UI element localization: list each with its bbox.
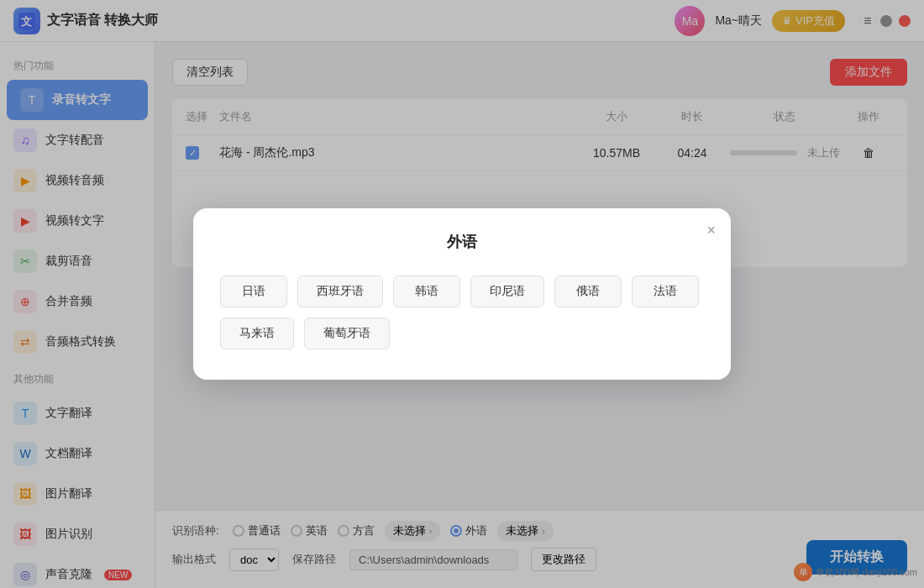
modal-close-button[interactable]: × <box>706 222 716 239</box>
language-grid: 日语西班牙语韩语印尼语俄语法语马来语葡萄牙语 <box>220 276 704 349</box>
lang-btn-法语[interactable]: 法语 <box>632 276 699 307</box>
lang-btn-韩语[interactable]: 韩语 <box>393 276 460 307</box>
lang-btn-日语[interactable]: 日语 <box>220 276 287 307</box>
modal-title: 外语 <box>220 232 704 252</box>
lang-btn-西班牙语[interactable]: 西班牙语 <box>297 276 383 307</box>
lang-btn-俄语[interactable]: 俄语 <box>554 276 622 307</box>
lang-btn-马来语[interactable]: 马来语 <box>220 318 294 349</box>
foreign-lang-modal: 外语 × 日语西班牙语韩语印尼语俄语法语马来语葡萄牙语 <box>193 208 731 380</box>
lang-btn-葡萄牙语[interactable]: 葡萄牙语 <box>304 318 390 349</box>
lang-btn-印尼语[interactable]: 印尼语 <box>470 276 544 307</box>
modal-overlay[interactable]: 外语 × 日语西班牙语韩语印尼语俄语法语马来语葡萄牙语 <box>0 0 924 588</box>
